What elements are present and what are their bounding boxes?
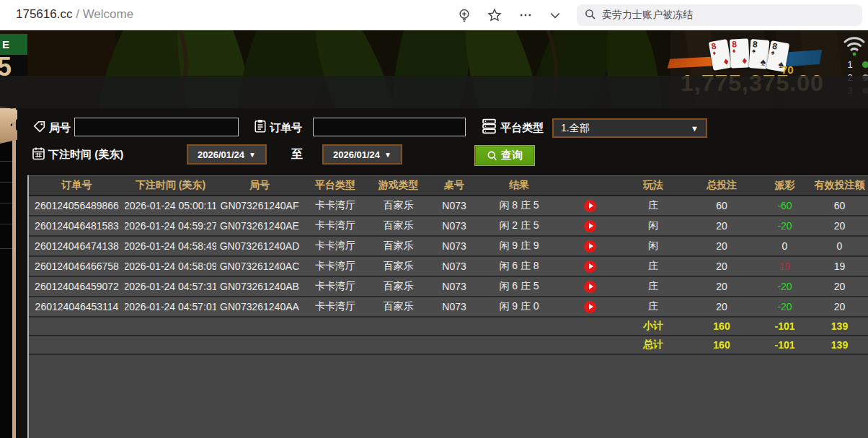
col-header-video [559, 176, 621, 195]
col-header-valid-bet: 有效投注额 [811, 176, 868, 195]
cell-platform: 卡卡湾厅 [303, 257, 368, 276]
grand-total-label: 总计 [621, 336, 685, 354]
bet-records-table: 订单号 下注时间 (美东) 局号 平台类型 游戏类型 桌号 结果 玩法 总投注 … [27, 175, 868, 438]
query-button-label: 查询 [501, 149, 523, 162]
cell-bet-side: 庄 [621, 257, 685, 276]
order-no-input[interactable] [313, 118, 466, 136]
cell-video [559, 237, 621, 255]
cell-video [559, 257, 621, 276]
live-badge-letter: E [2, 38, 9, 51]
cell-platform: 卡卡湾厅 [303, 196, 368, 215]
date-to-value: 2026/01/24 [333, 149, 380, 160]
game-no-label: 局号 [49, 121, 71, 135]
cell-bet-time: 2026-01-24 04:58:09 [125, 257, 216, 276]
browser-search-input[interactable]: 卖劳力士账户被冻结 [577, 4, 862, 26]
play-video-icon[interactable] [584, 301, 596, 313]
query-magnifier-icon [487, 150, 498, 162]
cell-result: 闲 8 庄 5 [479, 196, 559, 215]
date-arrow-icon: ▼ [384, 151, 391, 159]
date-arrow-icon: ▼ [249, 151, 256, 159]
cell-valid-bet: 20 [811, 297, 868, 316]
cell-result: 闲 6 庄 8 [479, 257, 559, 276]
date-from-value: 2026/01/24 [198, 149, 244, 160]
cell-order-id: 260124046453114 [29, 297, 125, 316]
table-row: 260124046453114 2026-01-24 04:57:01 GN07… [29, 297, 868, 317]
cell-video [559, 196, 621, 215]
cell-valid-bet: 0 [811, 237, 868, 255]
collections-lightbulb-icon[interactable] [455, 6, 474, 25]
cell-game-type: 百家乐 [368, 196, 429, 215]
subtotal-payout: -101 [758, 317, 811, 335]
jackpot-cents: 70 [781, 63, 794, 76]
road-item[interactable]: 1 [845, 58, 868, 70]
col-header-game-no: 局号 [216, 176, 303, 195]
rail-divider [0, 161, 12, 162]
collapsed-menu-rail [0, 108, 12, 438]
rail-divider [0, 203, 12, 203]
play-video-icon[interactable] [584, 240, 596, 253]
cell-result: 闲 2 庄 5 [479, 216, 559, 235]
cell-game-no: GN073261240AC [216, 257, 303, 276]
favorites-star-icon[interactable] [485, 6, 504, 25]
select-arrow-icon: ▼ [691, 124, 699, 133]
search-query-text: 卖劳力士账户被冻结 [602, 9, 693, 22]
col-header-bet-side: 玩法 [621, 176, 685, 195]
cell-order-id: 260124046474138 [29, 237, 125, 255]
platform-type-select[interactable]: 1.全部 ▼ [552, 118, 707, 138]
cell-table-no: N073 [429, 277, 479, 296]
cell-payout: 19 [758, 257, 811, 276]
cell-bet-side: 闲 [621, 216, 685, 235]
col-header-total-bet: 总投注 [685, 176, 758, 195]
cell-order-id: 260124046459072 [29, 277, 125, 296]
col-header-game-type: 游戏类型 [368, 176, 429, 195]
cell-bet-time: 2026-01-24 04:57:01 [125, 297, 216, 316]
query-button[interactable]: 查询 [474, 145, 535, 166]
play-video-icon[interactable] [584, 220, 596, 232]
cell-bet-time: 2026-01-24 04:58:49 [125, 237, 216, 255]
site-name: 175616.cc [16, 7, 72, 21]
live-badge: E [0, 34, 27, 55]
card-suit: ♦ [732, 48, 736, 54]
play-video-icon[interactable] [584, 200, 596, 212]
cell-platform: 卡卡湾厅 [303, 297, 368, 316]
date-range-to-label: 至 [291, 147, 303, 162]
rail-divider [0, 224, 12, 224]
cell-game-type: 百家乐 [368, 257, 429, 276]
col-header-result: 结果 [479, 176, 559, 195]
card-suit: ♠ [752, 48, 756, 54]
cell-result: 闲 9 庄 9 [479, 237, 559, 255]
cell-bet-time: 2026-01-24 05:00:11 [125, 196, 216, 215]
grand-total-row: 总计 160 -101 139 [29, 336, 868, 355]
cell-payout: -20 [758, 277, 811, 296]
col-header-bet-time: 下注时间 (美东) [125, 176, 216, 195]
game-no-input[interactable] [74, 118, 239, 136]
col-header-payout: 派彩 [758, 176, 811, 195]
rail-divider [0, 248, 12, 249]
cell-game-no: GN073261240AF [216, 196, 303, 215]
cell-video [559, 297, 621, 316]
cell-total-bet: 60 [685, 196, 758, 215]
col-header-table-no: 桌号 [429, 176, 479, 195]
subtotal-valid-bet: 139 [811, 317, 868, 335]
table-row: 260124046474138 2026-01-24 04:58:49 GN07… [29, 237, 868, 257]
cell-total-bet: 20 [685, 257, 758, 276]
calendar-icon [32, 146, 45, 163]
subtotal-label: 小计 [621, 317, 685, 335]
chevron-down-icon[interactable] [546, 6, 564, 25]
cell-order-id: 260124046466758 [29, 257, 125, 276]
date-to-picker[interactable]: 2026/01/24 ▼ [322, 144, 402, 165]
cell-result: 闲 9 庄 0 [479, 297, 559, 316]
col-header-platform: 平台类型 [303, 176, 368, 195]
cell-bet-side: 庄 [621, 297, 685, 316]
browser-toolbar: 175616.cc / Welcome 卖劳力士账户被冻结 [0, 0, 868, 30]
ellipsis-menu-icon[interactable] [516, 6, 535, 25]
cell-order-id: 260124046481583 [29, 216, 125, 235]
col-header-order-id: 订单号 [29, 176, 125, 195]
play-video-icon[interactable] [584, 281, 596, 293]
table-row: 260124046481583 2026-01-24 04:59:27 GN07… [29, 216, 868, 237]
play-video-icon[interactable] [584, 260, 596, 273]
cell-valid-bet: 19 [811, 257, 868, 276]
cell-bet-side: 庄 [621, 277, 685, 296]
date-from-picker[interactable]: 2026/01/24 ▼ [187, 144, 267, 165]
page-title: 175616.cc / Welcome [16, 7, 133, 22]
